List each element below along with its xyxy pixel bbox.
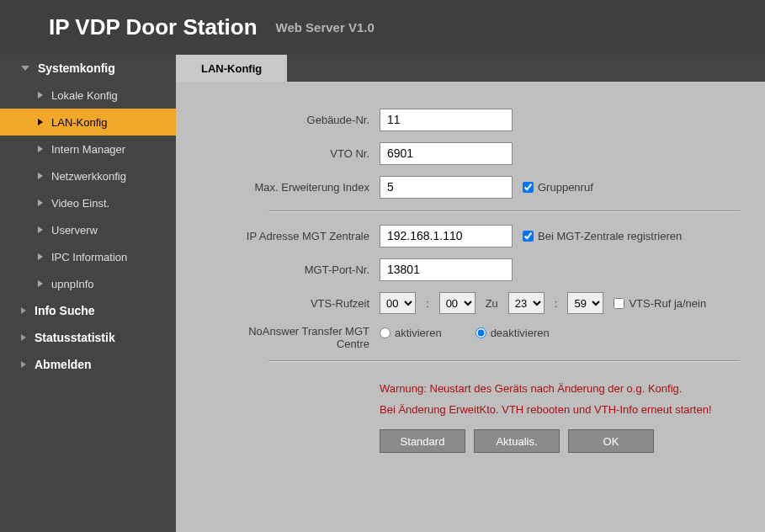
chevron-right-icon xyxy=(21,361,26,368)
group-call-label: Gruppenruf xyxy=(538,181,593,194)
sidebar-item-label: Intern Manager xyxy=(51,143,125,156)
mgt-port-input[interactable] xyxy=(380,258,513,281)
sidebar-group-systemkonfig[interactable]: Systemkonfig xyxy=(0,55,176,82)
app-subtitle: Web Server V1.0 xyxy=(276,20,375,35)
vts-call-wrap[interactable]: VTS-Ruf ja/nein xyxy=(614,297,706,310)
chevron-right-icon xyxy=(21,307,26,314)
warning-line-1: Warnung: Neustart des Geräts nach Änderu… xyxy=(380,382,740,395)
chevron-right-icon xyxy=(38,226,43,233)
noanswer-deactivate-wrap[interactable]: deaktivieren xyxy=(475,327,550,339)
vts-to-hour-select[interactable]: 23 xyxy=(508,292,545,314)
sidebar-item-netzwerkkonfig[interactable]: Netzwerkkonfig xyxy=(0,162,176,189)
sidebar-group-abmelden[interactable]: Abmelden xyxy=(0,351,176,378)
sidebar-group-label: Statusstatistik xyxy=(35,331,115,344)
app-header: IP VDP Door Station Web Server V1.0 xyxy=(0,0,765,55)
divider xyxy=(268,210,740,212)
sidebar-item-label: LAN-Konfig xyxy=(51,116,107,129)
vto-no-input[interactable] xyxy=(380,142,513,165)
sidebar-group-label: Info Suche xyxy=(35,304,95,317)
refresh-button[interactable]: Aktualis. xyxy=(474,429,560,453)
sidebar-item-intern-manager[interactable]: Intern Manager xyxy=(0,136,176,162)
sidebar-item-label: Lokale Konfig xyxy=(51,89,118,102)
tab-lan-konfig[interactable]: LAN-Konfig xyxy=(176,55,287,82)
colon-sep: : xyxy=(555,297,558,310)
mgt-register-wrap[interactable]: Bei MGT-Zentrale registrieren xyxy=(523,230,682,242)
chevron-down-icon xyxy=(21,66,29,71)
noanswer-activate-radio[interactable] xyxy=(380,327,390,338)
sidebar-item-label: IPC Information xyxy=(51,251,127,263)
group-call-checkbox[interactable] xyxy=(523,182,534,193)
chevron-right-icon xyxy=(38,280,43,287)
ok-button[interactable]: OK xyxy=(568,429,654,453)
to-label: Zu xyxy=(486,297,498,310)
vts-time-label: VTS-Rufzeit xyxy=(201,297,369,310)
sidebar-item-upnpinfo[interactable]: upnpInfo xyxy=(0,270,176,297)
max-ext-label: Max. Erweiterung Index xyxy=(201,181,369,194)
sidebar-item-ipc-information[interactable]: IPC Information xyxy=(0,243,176,270)
chevron-right-icon xyxy=(38,200,43,206)
mgt-register-checkbox[interactable] xyxy=(523,231,534,242)
sidebar-group-label: Systemkonfig xyxy=(38,61,115,75)
vts-from-min-select[interactable]: 00 xyxy=(439,292,475,314)
mgt-ip-label: IP Adresse MGT Zentrale xyxy=(201,230,369,242)
sidebar-item-userverw[interactable]: Userverw xyxy=(0,216,176,243)
chevron-right-icon xyxy=(38,119,43,125)
colon-sep: : xyxy=(426,297,429,310)
sidebar-group-statusstatistik[interactable]: Statusstatistik xyxy=(0,324,176,351)
chevron-right-icon xyxy=(38,253,43,260)
building-no-label: Gebäude-Nr. xyxy=(201,114,369,126)
sidebar-item-lan-konfig[interactable]: LAN-Konfig xyxy=(0,109,176,136)
noanswer-activate-wrap[interactable]: aktivieren xyxy=(380,327,442,339)
sidebar-nav: Systemkonfig Lokale Konfig LAN-Konfig In… xyxy=(0,55,176,532)
divider xyxy=(268,360,740,362)
chevron-right-icon xyxy=(21,334,26,341)
building-no-input[interactable] xyxy=(380,109,513,131)
sidebar-group-label: Abmelden xyxy=(35,358,92,371)
sidebar-item-video-einst[interactable]: Video Einst. xyxy=(0,189,176,216)
vts-call-label: VTS-Ruf ja/nein xyxy=(629,297,706,310)
sidebar-item-label: Userverw xyxy=(51,224,98,237)
sidebar-item-label: Netzwerkkonfig xyxy=(51,170,126,183)
sidebar-item-label: upnpInfo xyxy=(51,278,94,290)
chevron-right-icon xyxy=(38,92,43,98)
sidebar-item-lokale-konfig[interactable]: Lokale Konfig xyxy=(0,82,176,109)
vts-from-hour-select[interactable]: 00 xyxy=(380,292,416,314)
noanswer-label: NoAnswer Transfer MGT Centre xyxy=(201,325,369,350)
deactivate-label: deaktivieren xyxy=(491,327,550,339)
sidebar-item-label: Video Einst. xyxy=(51,197,109,210)
mgt-port-label: MGT-Port-Nr. xyxy=(201,263,369,276)
app-title: IP VDP Door Station xyxy=(49,14,258,40)
chevron-right-icon xyxy=(38,173,43,179)
group-call-wrap[interactable]: Gruppenruf xyxy=(523,181,593,194)
main-panel: LAN-Konfig Gebäude-Nr. VTO Nr. Max. Erwe… xyxy=(176,55,765,532)
mgt-ip-input[interactable] xyxy=(380,225,513,247)
tab-bar: LAN-Konfig xyxy=(176,55,765,82)
default-button[interactable]: Standard xyxy=(380,429,465,453)
vts-call-checkbox[interactable] xyxy=(614,298,624,309)
warning-line-2: Bei Änderung ErweitKto. VTH rebooten und… xyxy=(380,403,740,416)
vts-to-min-select[interactable]: 59 xyxy=(567,292,603,314)
vto-no-label: VTO Nr. xyxy=(201,147,369,160)
noanswer-deactivate-radio[interactable] xyxy=(475,327,486,338)
chevron-right-icon xyxy=(38,146,43,152)
activate-label: aktivieren xyxy=(395,327,442,339)
sidebar-group-info-suche[interactable]: Info Suche xyxy=(0,297,176,324)
mgt-register-label: Bei MGT-Zentrale registrieren xyxy=(538,230,682,242)
max-ext-input[interactable] xyxy=(380,176,513,199)
